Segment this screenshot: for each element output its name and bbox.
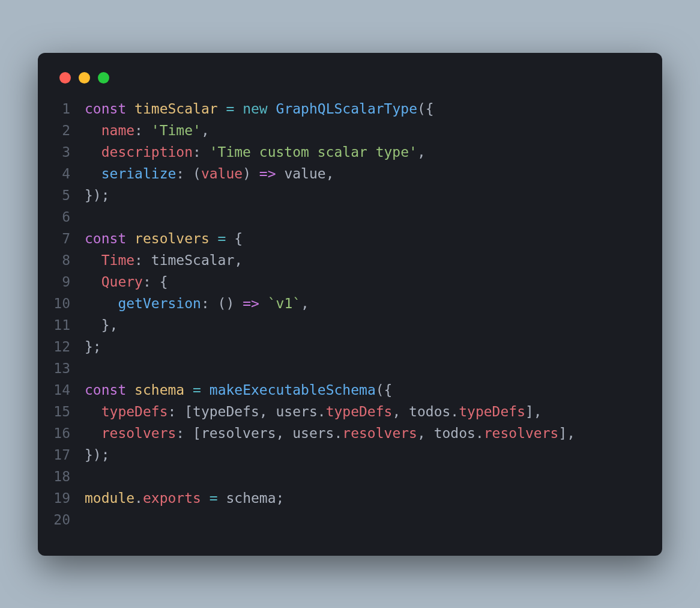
code-line: 16 resolvers: [resolvers, users.resolver… [38, 422, 650, 444]
token-obj: module [85, 490, 134, 506]
token-punct: , [326, 166, 334, 181]
token-punct [85, 123, 101, 138]
token-punct: . [134, 490, 143, 506]
token-punct [218, 490, 226, 506]
line-number: 6 [38, 206, 85, 228]
token-prop: resolvers [342, 425, 417, 441]
line-number: 13 [38, 357, 85, 379]
token-punct: . [334, 425, 342, 441]
token-punct: ], [525, 404, 542, 419]
maximize-icon[interactable] [98, 72, 109, 84]
token-new: new [243, 101, 268, 117]
token-param: users [292, 425, 334, 441]
line-number: 16 [38, 422, 85, 444]
line-number: 1 [38, 98, 85, 120]
code-content: resolvers: [resolvers, users.resolvers, … [85, 422, 575, 444]
token-param: value [284, 166, 325, 181]
token-kw: const [85, 101, 126, 117]
window-titlebar [38, 67, 662, 98]
token-punct [201, 382, 210, 398]
token-var: schema [134, 382, 184, 398]
token-punct: : [ [167, 404, 193, 419]
code-line: 14const schema = makeExecutableSchema({ [38, 379, 650, 401]
token-op: = [218, 231, 226, 246]
line-number: 14 [38, 379, 85, 401]
token-punct: . [318, 404, 326, 419]
line-number: 7 [38, 228, 85, 249]
code-content: description: 'Time custom scalar type', [85, 141, 426, 163]
line-number: 3 [38, 141, 85, 163]
token-punct: ({ [417, 101, 434, 117]
code-line: 1const timeScalar = new GraphQLScalarTyp… [38, 98, 650, 120]
token-punct: . [475, 425, 484, 441]
line-number: 11 [38, 314, 85, 336]
minimize-icon[interactable] [79, 72, 90, 84]
token-punct: : [134, 252, 151, 268]
token-fn: GraphQLScalarType [276, 101, 417, 117]
code-content: name: 'Time', [85, 120, 210, 141]
token-param: resolvers [201, 425, 276, 441]
code-content: const resolvers = { [85, 228, 243, 249]
token-prop: typeDefs [326, 404, 393, 419]
token-punct [268, 101, 276, 117]
line-number: 12 [38, 336, 85, 357]
line-number: 5 [38, 184, 85, 206]
token-punct: , [234, 252, 243, 268]
token-op: = [210, 490, 218, 506]
line-number: 17 [38, 444, 85, 466]
token-punct: ) [243, 166, 259, 181]
token-str: 'Time' [151, 123, 201, 138]
token-punct [85, 166, 101, 181]
code-content: const timeScalar = new GraphQLScalarType… [85, 98, 434, 120]
token-prop: resolvers [101, 425, 177, 441]
token-punct: , [392, 404, 409, 419]
token-punct: : () [201, 296, 243, 311]
code-content: serialize: (value) => value, [85, 163, 334, 184]
token-punct: }); [85, 447, 110, 463]
code-line: 12}; [38, 336, 650, 357]
code-line: 4 serialize: (value) => value, [38, 163, 650, 184]
line-number: 8 [38, 249, 85, 271]
token-punct: , [276, 425, 293, 441]
token-prop: name [101, 123, 134, 138]
token-prop: typeDefs [101, 404, 168, 419]
token-punct: ; [276, 490, 285, 506]
code-line: 15 typeDefs: [typeDefs, users.typeDefs, … [38, 401, 650, 422]
token-punct [126, 382, 134, 398]
token-punct: : ( [176, 166, 201, 181]
code-window: 1const timeScalar = new GraphQLScalarTyp… [38, 53, 662, 556]
token-prop: Query [101, 274, 143, 290]
token-fn: makeExecutableSchema [210, 382, 376, 398]
token-punct: }, [85, 317, 118, 333]
token-prop: exports [143, 490, 201, 506]
line-number: 15 [38, 401, 85, 422]
code-line: 5}); [38, 184, 650, 206]
token-param: users [276, 404, 318, 419]
code-content: }); [85, 184, 110, 206]
line-number: 9 [38, 271, 85, 293]
token-fn: getVersion [118, 296, 201, 311]
code-content: }, [85, 314, 118, 336]
token-punct [210, 231, 218, 246]
token-punct [201, 490, 210, 506]
code-line: 20 [38, 509, 650, 530]
token-punct [126, 231, 134, 246]
token-punct [259, 296, 268, 311]
token-str: `v1` [268, 296, 301, 311]
close-icon[interactable] [59, 72, 71, 84]
token-kw: const [85, 382, 126, 398]
code-content: Time: timeScalar, [85, 249, 243, 271]
token-prop: resolvers [484, 425, 559, 441]
code-line: 2 name: 'Time', [38, 120, 650, 141]
token-punct: }); [85, 187, 110, 203]
token-prop: description [101, 144, 193, 160]
token-param: todos [434, 425, 475, 441]
token-punct: , [417, 144, 426, 160]
token-punct [85, 296, 118, 311]
token-punct [85, 425, 101, 441]
token-punct [85, 404, 101, 419]
code-line: 9 Query: { [38, 271, 650, 293]
code-content: }); [85, 444, 110, 466]
code-line: 3 description: 'Time custom scalar type'… [38, 141, 650, 163]
line-number: 2 [38, 120, 85, 141]
